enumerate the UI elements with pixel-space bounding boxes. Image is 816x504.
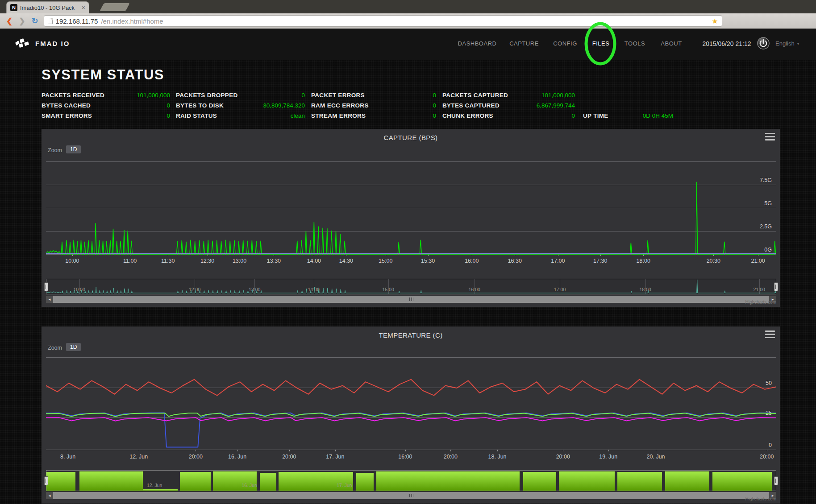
plot-area[interactable]	[46, 357, 776, 450]
reload-icon[interactable]: ↻	[32, 16, 38, 26]
navigator-area-segment	[559, 471, 614, 491]
x-axis-label: 20:30	[707, 258, 720, 264]
navigator-area-segment	[79, 471, 143, 491]
x-axis-label: 20:00	[282, 454, 296, 460]
navigator-area-segment	[46, 472, 75, 491]
scrollbar[interactable]: ◂▸	[46, 492, 776, 499]
navigator-left-handle[interactable]	[44, 282, 48, 291]
x-axis-label: 20:00	[189, 454, 203, 460]
navigator-area-segment	[617, 472, 662, 491]
menu-item-config[interactable]: CONFIG	[553, 40, 577, 47]
x-axis-label: 11:00	[123, 258, 137, 264]
x-axis-label: 17. Jun	[326, 454, 344, 460]
scrollbar-grip[interactable]	[409, 494, 413, 497]
x-axis-label: 19. Jun	[599, 454, 617, 460]
navigator-series	[46, 280, 776, 293]
stat-label-ram-ecc-errors: RAM ECC ERRORS	[311, 102, 369, 109]
stat-label-smart-errors: SMART ERRORS	[42, 112, 92, 119]
x-axis-label: 12:30	[200, 258, 214, 264]
page-title: SYSTEM STATUS	[42, 67, 164, 83]
chart-menu-button[interactable]	[765, 330, 775, 338]
navigator-right-handle[interactable]	[774, 282, 778, 291]
x-axis-label: 13:30	[267, 258, 281, 264]
new-tab-button[interactable]	[100, 3, 130, 11]
navigator-area-segment	[523, 472, 556, 491]
stat-label-bytes-cached: BYTES CACHED	[42, 102, 91, 109]
plot-area[interactable]	[46, 161, 776, 255]
chart-title: TEMPERATURE (C)	[42, 331, 780, 339]
x-axis-label: 16:00	[465, 258, 479, 264]
brand[interactable]: FMAD IO	[14, 37, 70, 49]
highcharts-credit[interactable]: Highcharts.com	[745, 496, 776, 501]
scrollbar-left-arrow[interactable]: ◂	[46, 296, 53, 303]
scrollbar[interactable]: ◂▸	[46, 296, 776, 303]
zoom-1d-button[interactable]: 1D	[66, 145, 81, 153]
tab-close-icon[interactable]: ×	[82, 4, 85, 11]
temp-sensor-magenta-series	[46, 417, 776, 421]
scrollbar-grip[interactable]	[409, 297, 413, 301]
x-axis-label: 16:30	[508, 258, 522, 264]
stat-label-packets-dropped: PACKETS DROPPED	[176, 92, 238, 99]
menu-item-tools[interactable]: TOOLS	[624, 40, 645, 47]
chart-menu-button[interactable]	[765, 133, 775, 140]
x-axis-label: 18:00	[637, 258, 650, 264]
back-icon[interactable]: ❮	[6, 17, 12, 26]
x-axis-label: 18. Jun	[488, 454, 507, 460]
x-axis-label: 16. Jun	[228, 454, 246, 460]
stat-label-packets-received: PACKETS RECEIVED	[42, 92, 104, 99]
chart-title: CAPTURE (BPS)	[42, 134, 780, 141]
x-axis-label: 16:00	[398, 454, 412, 460]
stat-label-bytes-captured: BYTES CAPTURED	[442, 102, 500, 109]
capture-chart-panel: CAPTURE (BPS)Zoom1D7.5G5G2.5G0G10:0011:0…	[42, 129, 780, 307]
x-axis-label: 17:30	[593, 258, 607, 264]
url-bar[interactable]: 192.168.11.75 /en.index.html#home ★	[44, 15, 722, 27]
brand-label: FMAD IO	[35, 40, 70, 47]
navigator[interactable]: 10:0012:0013:0014:0015:0016:0017:0018:00…	[46, 279, 776, 294]
browser-toolbar: ❮ ❯ ↻ 192.168.11.75 /en.index.html#home …	[0, 13, 816, 29]
navigator-right-handle[interactable]	[774, 476, 778, 485]
navigator-area-segment	[356, 473, 374, 491]
favicon: N	[10, 4, 17, 11]
bookmark-star-icon[interactable]: ★	[712, 17, 718, 25]
x-axis-label: 13:00	[233, 258, 246, 264]
menu-item-capture[interactable]: CAPTURE	[509, 40, 539, 47]
browser-tab-strip: N fmadio10 - 10G Pack ×	[0, 0, 816, 13]
power-icon[interactable]	[757, 37, 770, 52]
menu-item-about[interactable]: ABOUT	[661, 40, 682, 47]
language-selector[interactable]: English ▾	[775, 40, 799, 47]
navigator[interactable]: 12. Jun16. Jun17. Jun	[46, 470, 776, 491]
navigator-area-segment	[665, 471, 710, 491]
navigator-area-segment	[376, 471, 520, 491]
navigator-area-segment	[260, 473, 277, 491]
highcharts-credit[interactable]: Highcharts.com	[745, 300, 776, 305]
temperature-chart-panel: TEMPERATURE (C)Zoom1D502508. Jun12. Jun2…	[42, 326, 780, 504]
navigator-label: 17. Jun	[337, 483, 352, 488]
navigator-label: 16. Jun	[242, 483, 257, 488]
forward-icon[interactable]: ❯	[19, 17, 25, 26]
page-background: SYSTEM STATUS 101,000,000PACKETS RECEIVE…	[0, 60, 816, 504]
temp-sensor-red-series	[46, 380, 776, 396]
zoom-label: Zoom	[48, 147, 62, 153]
temp-sensor-green-series	[46, 413, 776, 417]
x-axis-label: 20:00	[760, 454, 774, 460]
x-axis-label: 15:30	[421, 258, 435, 264]
x-axis-label: 10:00	[65, 258, 79, 264]
x-axis-label: 14:00	[307, 258, 321, 264]
zoom-1d-button[interactable]: 1D	[66, 343, 81, 351]
stat-label-chunk-errors: CHUNK ERRORS	[442, 112, 493, 119]
stat-label-up-time: UP TIME	[583, 112, 608, 119]
stat-label-bytes-to-disk: BYTES TO DISK	[176, 102, 224, 109]
browser-tab[interactable]: N fmadio10 - 10G Pack ×	[6, 1, 89, 13]
x-axis-label: 20. Jun	[647, 454, 665, 460]
fmadio-logo	[14, 37, 29, 49]
menu-item-files[interactable]: FILES	[592, 40, 610, 47]
scrollbar-left-arrow[interactable]: ◂	[46, 492, 53, 499]
capture-series	[46, 182, 776, 254]
menu-item-dashboard[interactable]: DASHBOARD	[458, 40, 497, 47]
navigator-label: 12. Jun	[147, 483, 162, 488]
navigator-left-handle[interactable]	[44, 476, 48, 485]
url-path: /en.index.html#home	[101, 17, 163, 25]
url-host: 192.168.11.75	[56, 17, 98, 25]
x-axis-label: 15:00	[379, 258, 392, 264]
x-axis-label: 21:00	[751, 258, 765, 264]
